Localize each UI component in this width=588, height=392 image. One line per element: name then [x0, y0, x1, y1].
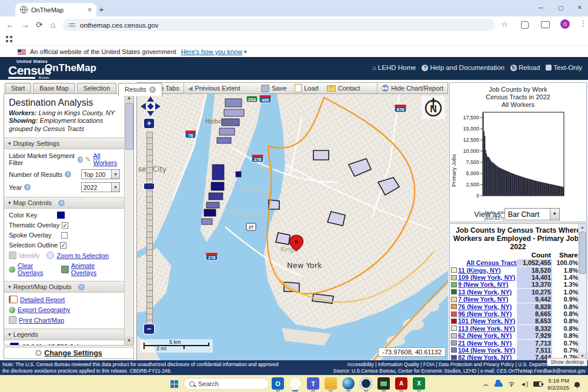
contact-button[interactable]: Contact [323, 83, 365, 93]
help-bubble-icon[interactable] [78, 284, 85, 290]
browser-menu-icon[interactable]: ⋮ [580, 19, 587, 28]
wifi-icon[interactable] [508, 382, 515, 387]
zoom-out-button[interactable]: − [144, 324, 154, 334]
tract-link[interactable]: All Census Tracts [458, 259, 517, 266]
lehd-home-link[interactable]: ⌂LEHD Home [372, 64, 416, 71]
tract-link[interactable]: 101 (New York, NY) [458, 317, 517, 324]
tract-link[interactable]: 76 (New York, NY) [458, 303, 517, 310]
color-key-swatch[interactable] [57, 212, 65, 219]
outputs-header[interactable]: Report/Map Outputs [4, 281, 125, 293]
select-arrow-icon[interactable] [111, 183, 119, 192]
map-controls-header[interactable]: Map Controls [4, 197, 125, 209]
chrome-icon[interactable] [289, 377, 302, 390]
year-select[interactable]: 2022 [81, 182, 120, 192]
tab-close-icon[interactable]: × [88, 6, 92, 14]
previous-extent-button[interactable]: ◀Previous Extent [184, 83, 245, 93]
print-chart-map-link[interactable]: Print Chart/Map [19, 317, 64, 324]
tab-start[interactable]: Start [5, 83, 31, 93]
tab-results[interactable]: Results✕ [118, 83, 162, 96]
tray-chevron-icon[interactable]: ︿ [483, 380, 489, 388]
tab-search-icon[interactable] [541, 21, 550, 28]
zoom-to-selection-link[interactable]: Zoom to Selection [56, 252, 109, 259]
tract-link[interactable]: 9 (New York, NY) [458, 281, 517, 288]
panel-scrollbar[interactable]: ▲ ▼ [124, 94, 133, 345]
taskbar-clock[interactable]: 5:18 PM 8/2/2025 [547, 377, 569, 391]
pan-up-icon[interactable] [147, 96, 154, 102]
tract-link[interactable]: 13 (New York, NY) [458, 289, 517, 296]
scroll-thumb[interactable] [125, 103, 133, 150]
acrobat-icon[interactable] [395, 377, 407, 390]
extensions-icon[interactable] [521, 21, 529, 29]
save-button[interactable]: Save [257, 83, 290, 93]
results-select[interactable]: Top 100 [81, 169, 120, 179]
tract-link[interactable]: 62 (New York, NY) [458, 332, 517, 339]
new-tab-button[interactable]: + [99, 4, 104, 14]
explorer-icon[interactable] [325, 377, 337, 390]
legends-header[interactable]: Legends [4, 329, 125, 340]
reload-button[interactable]: ⟳ [36, 20, 43, 29]
apps-grid-icon[interactable] [6, 36, 12, 42]
help-link[interactable]: ?Help and Documentation [422, 64, 505, 71]
hide-chart-report-button[interactable]: ▶▶Hide Chart/Report [377, 83, 447, 93]
forward-button[interactable]: → [21, 20, 29, 29]
terminal-icon[interactable] [377, 377, 390, 390]
export-geography-link[interactable]: Export Geography [18, 306, 70, 313]
excel-icon[interactable] [413, 377, 425, 390]
tract-link[interactable]: 7 (New York, NY) [458, 296, 517, 303]
view-as-select[interactable]: Bar Chart [505, 208, 560, 220]
teams-icon[interactable] [307, 377, 319, 390]
onedrive-icon[interactable] [495, 382, 503, 387]
url-text[interactable]: onthemap.ces.census.gov [80, 22, 159, 29]
tract-link[interactable]: 96 (New York, NY) [458, 310, 517, 317]
animate-overlays-link[interactable]: Animate Overlays [71, 262, 120, 276]
home-button[interactable]: ⌂ [51, 20, 55, 29]
select-arrow-icon[interactable] [550, 209, 559, 220]
battery-icon[interactable] [533, 381, 542, 387]
spoke-checkbox[interactable] [61, 232, 68, 239]
help-bubble-icon[interactable] [58, 200, 65, 206]
help-bubble-icon[interactable] [78, 156, 83, 163]
all-workers-link[interactable]: All Workers [93, 152, 120, 166]
detailed-report-link[interactable]: Detailed Report [20, 296, 65, 303]
footer-source[interactable]: Source: U.S.Census Bureau, Center for Ec… [280, 368, 586, 374]
change-settings-button[interactable]: Change Settings [4, 347, 134, 359]
select-arrow-icon[interactable] [111, 170, 119, 179]
tract-link[interactable]: 109 (New York, NY) [458, 274, 517, 281]
display-settings-header[interactable]: Display Settings [4, 138, 125, 149]
pan-right-icon[interactable] [155, 103, 161, 110]
map-canvas[interactable]: 25A 495 678 78 [136, 94, 449, 360]
bookmark-star-icon[interactable]: ☆ [501, 20, 508, 29]
pan-control[interactable] [142, 98, 159, 115]
scroll-thumb[interactable] [579, 232, 586, 274]
window-minimize-button[interactable]: – [539, 4, 543, 12]
pan-center-icon[interactable] [147, 103, 153, 109]
tab-close-icon[interactable]: ✕ [149, 86, 156, 93]
selection-checkbox[interactable] [60, 242, 66, 249]
notification-bell-icon[interactable] [574, 382, 580, 387]
window-close-button[interactable]: × [577, 4, 582, 12]
taskbar-search[interactable]: Search [183, 378, 269, 390]
edit-pencil-icon[interactable] [85, 156, 91, 163]
tract-link[interactable]: 104 (New York, NY) [458, 347, 517, 354]
window-maximize-button[interactable]: ▢ [558, 4, 563, 12]
zoom-slider-handle[interactable] [144, 183, 154, 189]
volume-icon[interactable]: ◄) [520, 381, 528, 387]
clear-overlays-link[interactable]: Clear Overlays [18, 262, 59, 276]
tract-link[interactable]: 21 (New York, NY) [458, 340, 517, 347]
pan-left-icon[interactable] [141, 103, 146, 110]
tract-link[interactable]: 82 (New York, NY) [458, 354, 517, 360]
help-bubble-icon[interactable] [24, 184, 31, 190]
text-only-link[interactable]: Text-Only [546, 64, 582, 71]
scroll-down-arrow[interactable]: ▼ [125, 337, 133, 345]
edge-icon[interactable] [342, 377, 355, 390]
reload-link[interactable]: ↻Reload [510, 64, 540, 71]
tab-selection[interactable]: Selection [77, 83, 116, 93]
scroll-up-arrow[interactable]: ▲ [579, 224, 586, 231]
thematic-checkbox[interactable] [62, 222, 68, 229]
browser-tab[interactable]: OnTheMap × [15, 3, 96, 16]
zoom-in-button[interactable]: + [144, 119, 154, 128]
back-button[interactable]: ← [6, 20, 14, 29]
zoom-slider-track[interactable] [146, 132, 153, 324]
table-scrollbar[interactable]: ▲ ▼ [578, 224, 586, 360]
tab-base-map[interactable]: Base Map [33, 83, 75, 93]
